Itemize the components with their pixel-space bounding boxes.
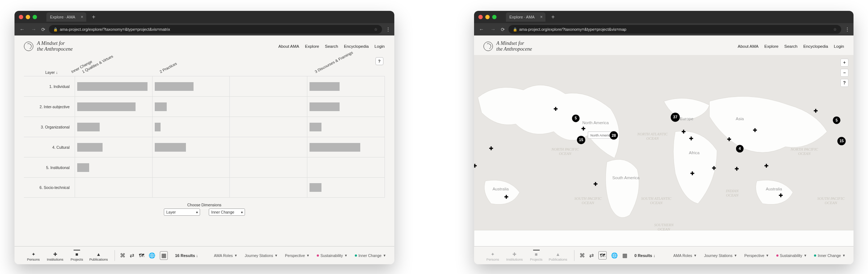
row-label[interactable]: 5. Institutional: [24, 165, 75, 170]
type-filter-institutions[interactable]: ✚Institutions: [504, 250, 526, 261]
close-tab-icon[interactable]: ×: [81, 14, 83, 20]
results-count[interactable]: 0 Results ↓: [635, 253, 655, 258]
brand[interactable]: A Mindset for the Anthropocene: [24, 41, 72, 52]
filter-journey-stations[interactable]: Journey Stations▼: [704, 253, 737, 258]
matrix-cell[interactable]: [152, 97, 230, 117]
vis-globe1-icon[interactable]: 🗺: [139, 252, 144, 258]
matrix-cell[interactable]: [152, 117, 230, 137]
new-tab-icon[interactable]: +: [551, 14, 555, 20]
vis-globe2-icon[interactable]: 🌐: [611, 252, 618, 259]
matrix-cell[interactable]: [307, 137, 385, 157]
col-header[interactable]: 1 Qualities & Virtues: [75, 56, 152, 76]
col-header[interactable]: 3 Discourses & Framings: [307, 56, 385, 76]
forward-icon[interactable]: →: [30, 26, 38, 32]
back-icon[interactable]: ←: [478, 26, 486, 32]
matrix-cell[interactable]: [75, 178, 152, 197]
maximize-window-icon[interactable]: [33, 15, 37, 19]
row-label[interactable]: 1. Individual: [24, 84, 75, 89]
nav-about[interactable]: About AMA: [738, 44, 759, 49]
matrix-cell[interactable]: [229, 76, 307, 96]
reload-icon[interactable]: ⟳: [501, 27, 505, 32]
bookmark-star-icon[interactable]: ☆: [374, 27, 378, 32]
matrix-cell[interactable]: [152, 76, 230, 96]
browser-menu-icon[interactable]: ⋮: [845, 26, 850, 32]
matrix-cell[interactable]: [307, 117, 385, 137]
nav-explore[interactable]: Explore: [305, 44, 319, 49]
nav-search[interactable]: Search: [784, 44, 797, 49]
filter-sustainability[interactable]: Sustainability▼: [317, 253, 348, 258]
close-window-icon[interactable]: [19, 15, 23, 19]
vis-net-icon[interactable]: ⌘: [580, 252, 585, 259]
matrix-cell[interactable]: [75, 157, 152, 177]
zoom-in-button[interactable]: +: [840, 59, 848, 67]
filter-ama-roles[interactable]: AMA Roles▼: [214, 253, 237, 258]
matrix-cell[interactable]: [75, 76, 152, 96]
col-header[interactable]: 2 Practices: [152, 56, 230, 76]
matrix-cell[interactable]: [75, 117, 152, 137]
nav-explore[interactable]: Explore: [764, 44, 778, 49]
type-filter-publications[interactable]: ▲Publications: [88, 250, 109, 261]
matrix-cell[interactable]: [152, 178, 230, 197]
vis-swap-icon[interactable]: ⇄: [130, 252, 134, 259]
vis-grid-icon[interactable]: ▦: [160, 251, 168, 260]
brand[interactable]: A Mindset for the Anthropocene: [483, 41, 532, 52]
matrix-cell[interactable]: [229, 97, 307, 117]
nav-login[interactable]: Login: [374, 44, 385, 49]
nav-login[interactable]: Login: [834, 44, 844, 49]
close-tab-icon[interactable]: ×: [540, 14, 543, 20]
nav-about[interactable]: About AMA: [278, 44, 299, 49]
filter-perspective[interactable]: Perspective▼: [285, 253, 310, 258]
matrix-cell[interactable]: [75, 137, 152, 157]
map-area[interactable]: North AmericaSouth AmericaAfricaAsiaAust…: [474, 55, 854, 246]
type-filter-persons[interactable]: ✦Persons: [22, 250, 44, 261]
type-filter-projects[interactable]: ■Projects: [526, 250, 547, 261]
row-label[interactable]: 6. Socio-technical: [24, 185, 75, 190]
minimize-window-icon[interactable]: [485, 15, 490, 19]
browser-menu-icon[interactable]: ⋮: [386, 26, 391, 32]
browser-tab[interactable]: Explore · AMA ×: [506, 12, 546, 22]
matrix-cell[interactable]: [229, 157, 307, 177]
world-map[interactable]: North AmericaSouth AmericaAfricaAsiaAust…: [474, 55, 854, 246]
nav-search[interactable]: Search: [325, 44, 338, 49]
vis-globe1-icon[interactable]: 🗺: [598, 251, 607, 260]
matrix-cell[interactable]: [229, 117, 307, 137]
type-filter-institutions[interactable]: ✚Institutions: [44, 250, 66, 261]
vis-swap-icon[interactable]: ⇄: [589, 252, 594, 259]
forward-icon[interactable]: →: [489, 26, 497, 32]
row-label[interactable]: 4. Cultural: [24, 145, 75, 149]
row-label[interactable]: 3. Organizational: [24, 125, 75, 129]
filter-inner-change[interactable]: Inner Change▼: [814, 253, 846, 258]
reload-icon[interactable]: ⟳: [41, 27, 45, 32]
maximize-window-icon[interactable]: [492, 15, 497, 19]
vis-globe2-icon[interactable]: 🌐: [149, 252, 155, 259]
vis-grid-icon[interactable]: ▦: [622, 252, 627, 259]
minimize-window-icon[interactable]: [26, 15, 30, 19]
filter-journey-stations[interactable]: Journey Stations▼: [245, 253, 278, 258]
matrix-cell[interactable]: [152, 137, 230, 157]
matrix-cell[interactable]: [307, 97, 385, 117]
type-filter-publications[interactable]: ▲Publications: [547, 250, 569, 261]
filter-perspective[interactable]: Perspective▼: [744, 253, 769, 258]
matrix-cell[interactable]: [75, 97, 152, 117]
close-window-icon[interactable]: [478, 15, 483, 19]
zoom-out-button[interactable]: −: [840, 69, 848, 77]
map-help-button[interactable]: ?: [840, 79, 848, 87]
nav-encyclopedia[interactable]: Encyclopedia: [344, 44, 369, 49]
type-filter-persons[interactable]: ✦Persons: [482, 250, 504, 261]
results-count[interactable]: 16 Results ↓: [175, 253, 198, 258]
back-icon[interactable]: ←: [18, 26, 26, 32]
nav-encyclopedia[interactable]: Encyclopedia: [803, 44, 828, 49]
select-col-dimension[interactable]: Inner Change: [209, 208, 245, 216]
matrix-cell[interactable]: [229, 137, 307, 157]
bookmark-star-icon[interactable]: ☆: [833, 27, 837, 32]
vis-net-icon[interactable]: ⌘: [120, 252, 125, 259]
browser-tab[interactable]: Explore · AMA ×: [46, 12, 86, 22]
filter-sustainability[interactable]: Sustainability▼: [776, 253, 807, 258]
address-bar[interactable]: 🔒 ama-project.org/explore/?taxonomy=&typ…: [508, 25, 842, 34]
filter-ama-roles[interactable]: AMA Roles▼: [673, 253, 697, 258]
matrix-cell[interactable]: [307, 178, 385, 197]
col-header[interactable]: [230, 56, 307, 76]
matrix-cell[interactable]: [229, 178, 307, 197]
row-label[interactable]: 2. Inter-subjective: [24, 105, 75, 109]
matrix-cell[interactable]: [152, 157, 230, 177]
